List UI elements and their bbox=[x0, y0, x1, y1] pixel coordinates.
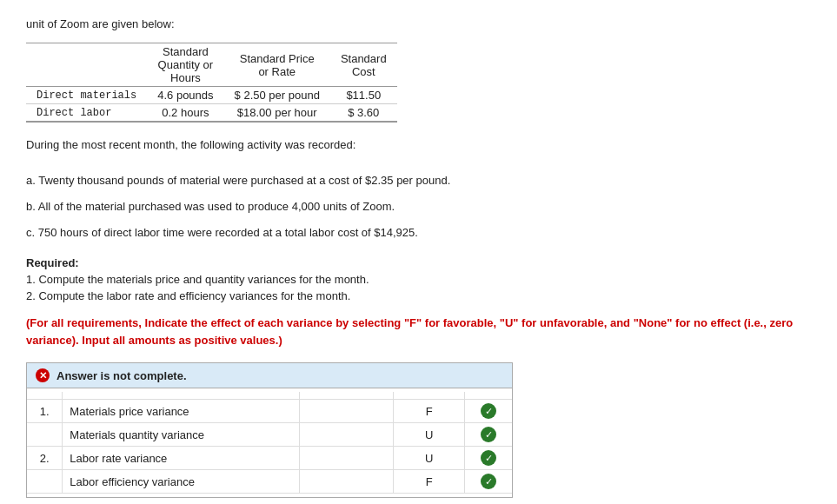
row-letter: U bbox=[394, 447, 465, 470]
required-section: Required: 1. Compute the materials price… bbox=[26, 256, 811, 302]
answer-header: ✕ Answer is not complete. bbox=[27, 363, 512, 388]
answer-box: ✕ Answer is not complete. 1. Materials p… bbox=[26, 362, 513, 498]
col3-header: Standard Priceor Rate bbox=[240, 52, 315, 78]
row-label: Labor rate variance bbox=[63, 447, 299, 470]
col2-header: StandardQuantity orHours bbox=[158, 45, 214, 84]
check-icon: ✓ bbox=[481, 403, 496, 419]
required-item: 1. Compute the materials price and quant… bbox=[26, 273, 811, 286]
std-label: Direct labor bbox=[26, 104, 147, 123]
row-value-input[interactable] bbox=[299, 470, 394, 494]
std-rate: $18.00 per hour bbox=[224, 104, 330, 123]
activity-item: b. All of the material purchased was use… bbox=[26, 197, 811, 216]
row-label: Materials price variance bbox=[63, 400, 299, 423]
row-value-input[interactable] bbox=[299, 447, 394, 470]
error-icon: ✕ bbox=[36, 368, 50, 382]
row-value-input[interactable] bbox=[299, 423, 394, 447]
row-number bbox=[27, 470, 63, 494]
check-icon: ✓ bbox=[481, 474, 496, 489]
row-letter: F bbox=[394, 470, 465, 494]
std-label: Direct materials bbox=[26, 87, 147, 104]
row-check: ✓ bbox=[465, 423, 512, 447]
std-rate: $ 2.50 per pound bbox=[224, 87, 330, 104]
row-letter: U bbox=[394, 423, 465, 447]
activity-item: a. Twenty thousand pounds of material we… bbox=[26, 171, 811, 190]
std-quantity: 0.2 hours bbox=[147, 104, 223, 123]
intro-text: unit of Zoom are given below: bbox=[26, 17, 811, 30]
activity-section: During the most recent month, the follow… bbox=[26, 138, 811, 242]
activity-item: c. 750 hours of direct labor time were r… bbox=[26, 223, 811, 242]
row-check: ✓ bbox=[465, 400, 512, 423]
row-check: ✓ bbox=[465, 470, 512, 494]
check-icon: ✓ bbox=[481, 427, 496, 442]
std-cost: $11.50 bbox=[330, 87, 397, 104]
table-row: 2. Labor rate variance U ✓ bbox=[27, 447, 512, 470]
required-items: 1. Compute the materials price and quant… bbox=[26, 273, 811, 302]
instruction-text: (For all requirements, Indicate the effe… bbox=[26, 315, 811, 348]
std-cost: $ 3.60 bbox=[330, 104, 397, 123]
table-row: Materials quantity variance U ✓ bbox=[27, 423, 512, 447]
row-number: 2. bbox=[27, 447, 63, 470]
check-icon: ✓ bbox=[481, 450, 496, 466]
activity-intro: During the most recent month, the follow… bbox=[26, 138, 811, 151]
col4-header: StandardCost bbox=[341, 52, 387, 78]
row-letter: F bbox=[394, 400, 465, 423]
std-quantity: 4.6 pounds bbox=[147, 87, 223, 104]
table-row: Labor efficiency variance F ✓ bbox=[27, 470, 512, 494]
row-label: Labor efficiency variance bbox=[63, 470, 299, 494]
standards-table: StandardQuantity orHours Standard Priceo… bbox=[26, 43, 397, 123]
table-row: 1. Materials price variance F ✓ bbox=[27, 400, 512, 423]
row-value-input[interactable] bbox=[299, 400, 394, 423]
row-label: Materials quantity variance bbox=[63, 423, 299, 447]
answer-header-text: Answer is not complete. bbox=[56, 369, 187, 382]
row-number: 1. bbox=[27, 400, 63, 423]
row-number bbox=[27, 423, 63, 447]
activity-items: a. Twenty thousand pounds of material we… bbox=[26, 171, 811, 242]
required-label: Required: bbox=[26, 256, 811, 269]
answer-table: 1. Materials price variance F ✓ Material… bbox=[27, 392, 512, 494]
row-check: ✓ bbox=[465, 447, 512, 470]
required-item: 2. Compute the labor rate and efficiency… bbox=[26, 289, 811, 302]
